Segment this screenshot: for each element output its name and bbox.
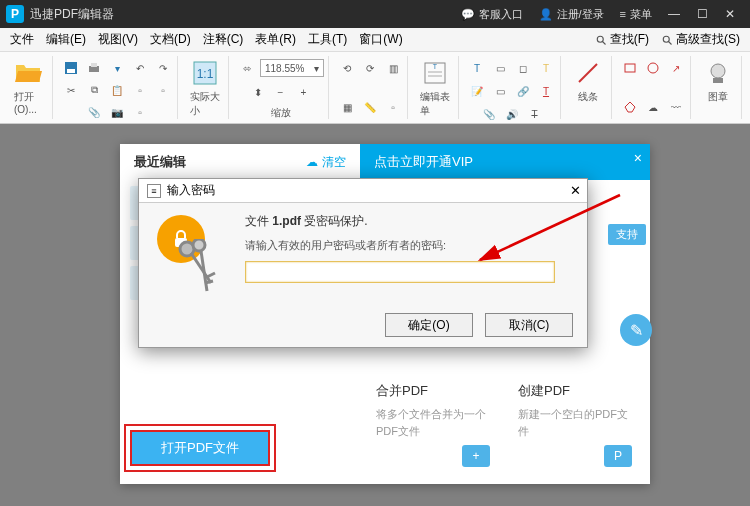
zoom-in-icon[interactable]: +	[294, 82, 314, 102]
clear-label: 清空	[322, 154, 346, 171]
create-button[interactable]: P	[604, 445, 632, 467]
dialog-close-button[interactable]: ✕	[570, 183, 581, 198]
ok-button[interactable]: 确定(O)	[385, 313, 473, 337]
edit-form-button[interactable]: T 编辑表单	[416, 58, 454, 118]
cancel-button[interactable]: 取消(C)	[485, 313, 573, 337]
menu-doc[interactable]: 文档(D)	[144, 31, 197, 48]
search-icon	[661, 34, 673, 46]
menu-tool[interactable]: 工具(T)	[302, 31, 353, 48]
rotate-left-icon[interactable]: ⟲	[337, 58, 357, 78]
menu-view[interactable]: 视图(V)	[92, 31, 144, 48]
fit-width-icon[interactable]: ⬄	[237, 58, 257, 78]
ruler-icon[interactable]: 📏	[360, 97, 380, 117]
circle-icon[interactable]	[643, 58, 663, 78]
dialog-titlebar: ≡ 输入密码 ✕	[139, 179, 587, 203]
stamp-icon[interactable]: ▭	[490, 81, 510, 101]
support-tag: 支持	[608, 224, 646, 245]
svg-text:T: T	[433, 63, 438, 70]
open-pdf-button[interactable]: 打开PDF文件	[130, 430, 270, 466]
strike-icon[interactable]: T	[525, 104, 545, 124]
advfind-button[interactable]: 高级查找(S)	[655, 31, 746, 48]
zoom-out-icon[interactable]: −	[271, 82, 291, 102]
attach-icon[interactable]: 📎	[479, 104, 499, 124]
cut-icon[interactable]: ✂	[61, 80, 81, 100]
link-icon[interactable]: 🔗	[513, 81, 533, 101]
page-icon[interactable]: ▫	[130, 80, 150, 100]
close-button[interactable]: ✕	[716, 7, 744, 21]
open-label: 打开(O)...	[14, 90, 44, 115]
line-button[interactable]: 线条	[569, 58, 607, 104]
login-link[interactable]: 👤 注册/登录	[539, 7, 604, 22]
zoom-value: 118.55%	[265, 63, 304, 74]
note-icon[interactable]: 📝	[467, 81, 487, 101]
layout-icon[interactable]: ▥	[383, 58, 403, 78]
cloud-icon[interactable]: ☁	[643, 97, 663, 117]
scan-icon[interactable]: ▾	[107, 58, 127, 78]
plus-icon: +	[472, 449, 479, 463]
cloud-icon: ☁	[306, 155, 318, 169]
polygon-icon[interactable]	[620, 97, 640, 117]
menu-window[interactable]: 窗口(W)	[353, 31, 408, 48]
create-desc: 新建一个空白的PDF文件	[518, 406, 632, 439]
menu-comment[interactable]: 注释(C)	[197, 31, 250, 48]
create-pdf-card[interactable]: 创建PDF 新建一个空白的PDF文件 P	[510, 372, 640, 475]
login-label: 注册/登录	[557, 7, 604, 22]
svg-line-14	[579, 64, 597, 82]
svg-line-26	[207, 273, 215, 277]
callout-icon[interactable]: ◻	[513, 58, 533, 78]
textbox-icon[interactable]: ▭	[490, 58, 510, 78]
camera-icon[interactable]: 📷	[107, 102, 127, 122]
text-icon[interactable]: T	[467, 58, 487, 78]
print-icon[interactable]	[84, 58, 104, 78]
dialog-title: 输入密码	[167, 182, 215, 199]
save-icon[interactable]	[61, 58, 81, 78]
clear-recent[interactable]: ☁ 清空	[306, 154, 346, 171]
redo-icon[interactable]: ↷	[153, 58, 173, 78]
menu-icon: ≡	[620, 8, 626, 20]
open-button[interactable]: 打开(O)...	[10, 58, 48, 115]
actual-size-button[interactable]: 1:1 实际大小	[186, 58, 224, 118]
fit-page-icon[interactable]: ⬍	[248, 82, 268, 102]
clipboard-icon[interactable]: 📎	[84, 102, 104, 122]
rotate-right-icon[interactable]: ⟳	[360, 58, 380, 78]
menu-link[interactable]: ≡ 菜单	[620, 7, 652, 22]
rect-icon[interactable]	[620, 58, 640, 78]
polyline-icon[interactable]: 〰	[666, 97, 686, 117]
merge-pdf-card[interactable]: 合并PDF 将多个文件合并为一个PDF文件 +	[368, 372, 498, 475]
menu-file[interactable]: 文件	[4, 31, 40, 48]
app-logo: P	[6, 5, 24, 23]
minimize-button[interactable]: —	[660, 7, 688, 21]
undo-icon[interactable]: ↶	[130, 58, 150, 78]
menu-edit[interactable]: 编辑(E)	[40, 31, 92, 48]
sound-icon[interactable]: 🔊	[502, 104, 522, 124]
grid-icon[interactable]: ▦	[337, 97, 357, 117]
stamp-button[interactable]: 图章	[699, 58, 737, 104]
highlight-icon[interactable]: T	[536, 58, 556, 78]
svg-rect-19	[713, 78, 723, 83]
menu-form[interactable]: 表单(R)	[249, 31, 302, 48]
copy-icon[interactable]: ⧉	[84, 80, 104, 100]
close-icon[interactable]: ×	[634, 150, 642, 166]
support-link[interactable]: 💬 客服入口	[461, 7, 523, 22]
menubar: 文件 编辑(E) 视图(V) 文档(D) 注释(C) 表单(R) 工具(T) 窗…	[0, 28, 750, 52]
svg-marker-17	[625, 102, 635, 112]
arrow-icon[interactable]: ↗	[666, 58, 686, 78]
edit-fab[interactable]: ✎	[620, 314, 652, 346]
underline-icon[interactable]: T	[536, 81, 556, 101]
user-icon: 👤	[539, 8, 553, 21]
zoom-select[interactable]: 118.55%▾	[260, 59, 324, 77]
find-button[interactable]: 查找(F)	[589, 31, 655, 48]
maximize-button[interactable]: ☐	[688, 7, 716, 21]
view-icon[interactable]: ▫	[383, 97, 403, 117]
paste-icon[interactable]: 📋	[107, 80, 127, 100]
page-icon[interactable]: ▫	[153, 80, 173, 100]
advfind-label: 高级查找(S)	[676, 31, 740, 48]
more-icon[interactable]: ▫	[130, 102, 150, 122]
svg-rect-15	[625, 64, 635, 72]
stamp-icon	[703, 58, 733, 88]
merge-button[interactable]: +	[462, 445, 490, 467]
edit-form-label: 编辑表单	[420, 90, 450, 118]
password-input[interactable]	[245, 261, 555, 283]
key-lock-icon	[153, 213, 231, 291]
vip-banner[interactable]: 点击立即开通VIP ×	[360, 144, 650, 180]
